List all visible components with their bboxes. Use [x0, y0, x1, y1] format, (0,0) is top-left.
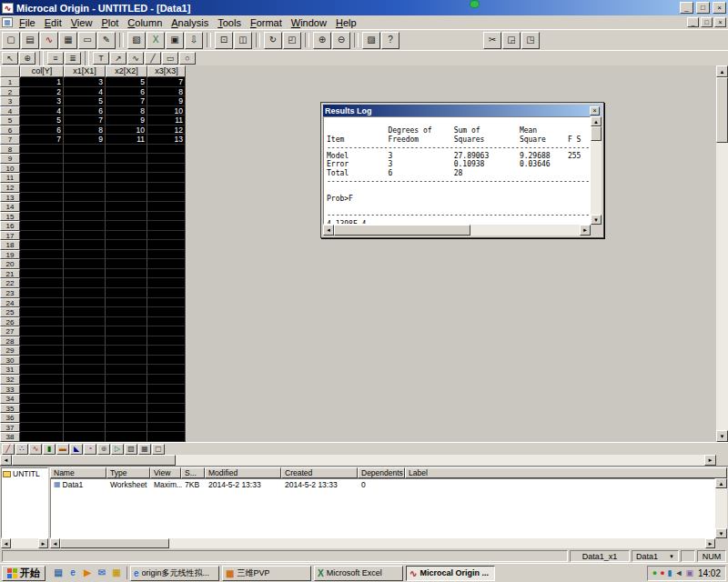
- worksheet-cell[interactable]: [106, 240, 147, 250]
- worksheet-cell[interactable]: [106, 269, 147, 279]
- results-log-close-button[interactable]: ×: [590, 106, 600, 115]
- worksheet-cell[interactable]: [106, 394, 147, 404]
- tree-item-untitled[interactable]: UNTITL: [3, 469, 46, 478]
- worksheet-cell[interactable]: [64, 394, 106, 404]
- ime-icon[interactable]: ▣: [685, 569, 693, 577]
- worksheet-cell[interactable]: [106, 183, 147, 193]
- worksheet-cell[interactable]: [147, 288, 186, 298]
- worksheet-cell[interactable]: [20, 375, 64, 385]
- worksheet-cell[interactable]: 9: [106, 115, 147, 125]
- worksheet-cell[interactable]: [147, 346, 186, 356]
- worksheet-cell[interactable]: [147, 278, 186, 288]
- paste-button[interactable]: ◳: [521, 32, 540, 49]
- worksheet-cell[interactable]: [147, 432, 186, 442]
- worksheet-cell[interactable]: 6: [64, 106, 106, 116]
- row-header[interactable]: 7: [0, 135, 20, 145]
- row-header[interactable]: 38: [0, 432, 20, 442]
- scroll-track[interactable]: [176, 455, 704, 466]
- scroll-track[interactable]: [11, 538, 38, 548]
- new-layout-button[interactable]: ▭: [78, 32, 96, 49]
- worksheet-cell[interactable]: [64, 404, 106, 414]
- worksheet-cell[interactable]: [147, 404, 186, 414]
- scroll-left-button[interactable]: ◄: [0, 455, 12, 466]
- worksheet-cell[interactable]: [20, 164, 64, 174]
- worksheet-cell[interactable]: [20, 336, 64, 346]
- row-header[interactable]: 12: [0, 183, 20, 193]
- row-header[interactable]: 21: [0, 269, 20, 279]
- worksheet-cell[interactable]: [20, 326, 64, 336]
- worksheet-cell[interactable]: [147, 212, 186, 222]
- worksheet-cell[interactable]: 6: [20, 125, 64, 135]
- worksheet-cell[interactable]: [20, 212, 64, 222]
- row-header[interactable]: 20: [0, 259, 20, 269]
- scroll-thumb[interactable]: [60, 538, 169, 548]
- worksheet-cell[interactable]: [106, 326, 147, 336]
- row-header[interactable]: 8: [0, 145, 20, 155]
- worksheet-cell[interactable]: [147, 356, 186, 366]
- worksheet-cell[interactable]: [64, 423, 106, 433]
- row-header[interactable]: 29: [0, 346, 20, 356]
- menu-plot[interactable]: Plot: [96, 16, 123, 29]
- area-plot-button[interactable]: ◣: [70, 444, 83, 455]
- row-header[interactable]: 3: [0, 96, 20, 106]
- 3d-plot-button[interactable]: ▧: [125, 444, 137, 455]
- worksheet-cell[interactable]: [20, 231, 64, 241]
- worksheet-cell[interactable]: 9: [64, 135, 106, 145]
- column-header[interactable]: x1[X1]: [64, 65, 106, 77]
- print-button[interactable]: ⊡: [215, 32, 233, 49]
- worksheet-cell[interactable]: 3: [20, 96, 64, 106]
- worksheet-cell[interactable]: [106, 259, 147, 269]
- save-project-button[interactable]: ▣: [166, 32, 184, 49]
- worksheet-cell[interactable]: [64, 231, 106, 241]
- worksheet-cell[interactable]: [64, 432, 106, 442]
- worksheet-cell[interactable]: [106, 173, 147, 183]
- media-player-icon[interactable]: ▶: [81, 567, 94, 579]
- worksheet-cell[interactable]: [64, 365, 106, 375]
- new-graph-window-button[interactable]: ▢: [152, 444, 165, 455]
- worksheet-cell[interactable]: [106, 404, 147, 414]
- worksheet-cell[interactable]: [106, 145, 147, 155]
- import-ascii-button[interactable]: ⇩: [185, 32, 203, 49]
- worksheet-cell[interactable]: [20, 356, 64, 366]
- worksheet-cell[interactable]: [147, 413, 186, 423]
- taskbar-task[interactable]: eorigin多元线性拟...: [130, 566, 219, 581]
- worksheet-cell[interactable]: [20, 385, 64, 395]
- line-plot-button[interactable]: ╱: [2, 444, 15, 455]
- new-project-button[interactable]: ▢: [2, 32, 20, 49]
- start-button[interactable]: 开始: [2, 566, 46, 581]
- new-matrix-button[interactable]: ▦: [59, 32, 77, 49]
- scroll-track[interactable]: [715, 488, 727, 528]
- project-tree[interactable]: UNTITL: [1, 467, 48, 538]
- worksheet-hscrollbar[interactable]: ◄ ►: [0, 455, 728, 466]
- column-header[interactable]: col[Y]: [20, 65, 64, 77]
- worksheet-cell[interactable]: [147, 240, 186, 250]
- worksheet-cell[interactable]: [20, 413, 64, 423]
- worksheet-cell[interactable]: [64, 240, 106, 250]
- worksheet-cell[interactable]: [106, 202, 147, 212]
- worksheet-cell[interactable]: [20, 278, 64, 288]
- new-graph-button[interactable]: ∿: [40, 32, 58, 49]
- worksheet-cell[interactable]: [64, 298, 106, 308]
- scroll-thumb[interactable]: [716, 77, 728, 143]
- template-plot-button[interactable]: ▦: [138, 444, 151, 455]
- explorer-col[interactable]: Type: [106, 467, 150, 478]
- worksheet-cell[interactable]: [64, 250, 106, 260]
- row-header[interactable]: 11: [0, 173, 20, 183]
- menu-view[interactable]: View: [66, 16, 97, 29]
- menu-format[interactable]: Format: [246, 16, 287, 29]
- worksheet-cell[interactable]: 8: [147, 87, 186, 97]
- explorer-col[interactable]: Created: [281, 467, 358, 478]
- worksheet-cell[interactable]: [147, 154, 186, 164]
- worksheet-cell[interactable]: [64, 346, 106, 356]
- worksheet-cell[interactable]: [64, 269, 106, 279]
- row-header[interactable]: 25: [0, 307, 20, 317]
- worksheet-cell[interactable]: 5: [106, 77, 147, 87]
- layer-align-button[interactable]: ≡: [47, 52, 64, 65]
- worksheet-cell[interactable]: [64, 278, 106, 288]
- properties-button[interactable]: ▨: [362, 32, 380, 49]
- worksheet-corner[interactable]: [0, 65, 20, 77]
- worksheet-cell[interactable]: [64, 317, 106, 327]
- worksheet-cell[interactable]: 12: [147, 125, 186, 135]
- row-header[interactable]: 15: [0, 212, 20, 222]
- menu-edit[interactable]: Edit: [40, 16, 66, 29]
